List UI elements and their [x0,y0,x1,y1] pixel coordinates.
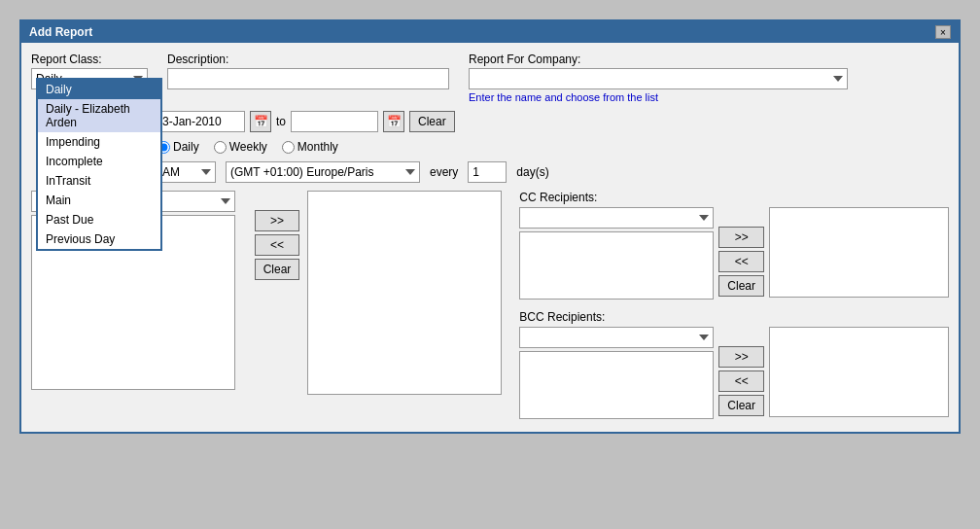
calendar-from-button[interactable]: 📅 [250,111,271,132]
description-group: Description: [167,53,449,89]
clear-date-button[interactable]: Clear [409,111,455,132]
calendar-to-button[interactable]: 📅 [383,111,404,132]
bcc-select[interactable] [519,327,714,348]
report-for-company-label: Report For Company: [469,53,848,66]
cc-right-area[interactable] [769,207,949,298]
weekly-radio-item: Weekly [214,140,267,154]
forward-arrow-button[interactable]: >> [255,210,300,231]
bcc-right-col [769,327,949,422]
dropdown-item-impending[interactable]: Impending [38,132,160,152]
close-button[interactable]: × [935,25,951,39]
date-to-input[interactable] [291,111,378,132]
bcc-area[interactable] [519,351,714,419]
daily-label: Daily [173,140,199,154]
dropdown-item-incomplete[interactable]: Incomplete [38,152,160,171]
time-select[interactable]: AM PM [158,161,216,183]
weekly-radio[interactable] [214,141,227,154]
clear-list-button[interactable]: Clear [255,259,300,280]
date-range-row: 3-Jan-2010 📅 to 📅 Clear [158,111,949,132]
bcc-right-area[interactable] [769,327,949,417]
time-row: AM PM (GMT +01:00) Europe/Paris every 1 … [158,161,949,183]
back-arrow-button[interactable]: << [255,234,300,256]
monthly-label: Monthly [298,140,338,154]
dropdown-item-past-due[interactable]: Past Due [38,210,160,229]
cc-label: CC Recipients: [519,191,597,204]
dropdown-item-daily-ea[interactable]: Daily - Elizabeth Arden [38,99,160,132]
timezone-select[interactable]: (GMT +01:00) Europe/Paris [226,161,420,183]
every-label: every [430,165,458,179]
bcc-back-button[interactable]: << [718,370,764,392]
cc-select[interactable] [519,207,714,229]
middle-list-area[interactable] [307,191,502,395]
frequency-group: Daily Weekly Monthly [158,140,949,154]
dropdown-item-previous-day[interactable]: Previous Day [38,229,160,249]
daily-radio-item: Daily [158,140,199,154]
dropdown-item-intransit[interactable]: InTransit [38,171,160,191]
every-input[interactable]: 1 [468,161,507,183]
bcc-label: BCC Recipients: [519,310,605,324]
weekly-label: Weekly [229,140,267,154]
arrow-group: >> << Clear [255,210,300,422]
description-label: Description: [167,53,449,66]
cc-area[interactable] [519,231,714,300]
report-class-label: Report Class: [31,53,148,66]
cc-arrow-group: >> << Clear [718,227,764,302]
cc-back-button[interactable]: << [718,251,764,272]
cc-bcc-section: CC Recipients: >> [519,191,949,422]
monthly-radio[interactable] [282,141,295,154]
add-report-window: Add Report × Report Class: Daily Descrip… [19,19,961,434]
cc-section: CC Recipients: >> [519,191,949,302]
company-select[interactable] [469,68,848,89]
cc-sub-section: >> << Clear [519,207,949,302]
date-from-input[interactable]: 3-Jan-2010 [158,111,245,132]
title-bar: Add Report × [21,21,959,43]
monthly-radio-item: Monthly [282,140,338,154]
description-input[interactable] [167,68,449,89]
bcc-arrow-group: >> << Clear [718,346,764,422]
company-hint: Enter the name and choose from the list [469,91,848,103]
to-label: to [276,115,286,128]
bcc-forward-button[interactable]: >> [718,346,764,368]
cc-left-col [519,207,714,302]
days-label: day(s) [516,165,548,179]
cc-forward-button[interactable]: >> [718,227,764,248]
bcc-section: BCC Recipients: >> [519,310,949,422]
bcc-sub-section: >> << Clear [519,327,949,422]
middle-list-column [307,191,502,422]
bcc-left-col [519,327,714,422]
main-lists-section: >> << Clear CC Recipients: [31,191,949,422]
window-title: Add Report [29,25,92,39]
bcc-clear-button[interactable]: Clear [718,395,764,416]
report-class-dropdown: Daily Daily - Elizabeth Arden Impending … [36,78,162,251]
cc-clear-button[interactable]: Clear [718,275,764,297]
dropdown-item-daily[interactable]: Daily [38,80,160,99]
dropdown-item-main[interactable]: Main [38,191,160,210]
report-for-company-group: Report For Company: Enter the name and c… [469,53,848,103]
cc-right-col [769,207,949,302]
